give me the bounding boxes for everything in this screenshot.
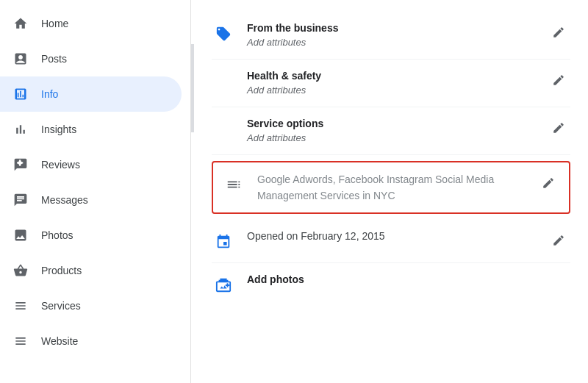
sidebar-item-label: Insights <box>41 124 76 135</box>
sidebar-item-info[interactable]: Info <box>0 76 182 112</box>
insights-icon <box>12 121 29 138</box>
add-photos-row: Add photos <box>212 263 570 306</box>
sidebar-item-website[interactable]: Website <box>0 323 182 359</box>
sidebar-item-label: Products <box>41 265 82 276</box>
sidebar-item-label: Website <box>41 335 78 347</box>
sidebar-item-label: Home <box>41 18 68 29</box>
sidebar-item-label: Info <box>41 88 58 100</box>
sidebar-item-label: Messages <box>41 194 88 206</box>
add-photos-icon <box>212 273 235 297</box>
opened-date-row: Opened on February 12, 2015 <box>212 220 570 263</box>
health-safety-edit-button[interactable] <box>547 68 570 92</box>
sidebar-item-products[interactable]: Products <box>0 253 182 288</box>
service-options-title: Service options <box>247 116 535 131</box>
sidebar-item-reviews[interactable]: Reviews <box>0 147 182 182</box>
description-highlighted-row: Google Adwords, Facebook Instagram Socia… <box>212 161 570 214</box>
sidebar-item-label: Services <box>41 300 81 312</box>
sidebar-item-label: Posts <box>41 53 67 65</box>
health-safety-title: Health & safety <box>247 68 535 83</box>
info-icon <box>12 85 29 103</box>
service-options-row: Service options Add attributes <box>212 107 570 155</box>
add-photos-label: Add photos <box>247 272 570 287</box>
home-icon <box>12 15 29 32</box>
health-safety-row: Health & safety Add attributes <box>212 60 570 107</box>
sidebar-item-photos[interactable]: Photos <box>0 218 182 253</box>
sidebar: Home Posts Info Insights <box>0 0 191 383</box>
main-content: From the business Add attributes Health … <box>194 0 588 383</box>
service-options-edit-button[interactable] <box>547 116 570 140</box>
calendar-icon <box>212 230 235 254</box>
photos-icon <box>12 226 29 244</box>
sidebar-item-posts[interactable]: Posts <box>0 41 182 76</box>
from-business-subtitle: Add attributes <box>247 35 535 50</box>
description-edit-button[interactable] <box>537 171 560 195</box>
description-text: Google Adwords, Facebook Instagram Socia… <box>257 171 525 204</box>
sidebar-item-messages[interactable]: Messages <box>0 182 182 218</box>
sidebar-item-services[interactable]: Services <box>0 288 182 323</box>
service-options-content: Service options Add attributes <box>247 116 535 146</box>
from-business-row: From the business Add attributes <box>212 12 570 60</box>
from-business-title: From the business <box>247 21 535 35</box>
sidebar-item-insights[interactable]: Insights <box>0 112 182 147</box>
opened-date-label: Opened on February 12, 2015 <box>247 229 535 243</box>
from-business-edit-button[interactable] <box>547 21 570 44</box>
service-options-subtitle: Add attributes <box>247 131 535 146</box>
services-icon <box>12 297 29 315</box>
opened-date-edit-button[interactable] <box>547 229 570 252</box>
description-lines-icon <box>222 173 245 196</box>
products-icon <box>12 262 29 279</box>
sidebar-item-label: Photos <box>41 229 74 241</box>
tag-icon <box>212 22 235 46</box>
health-safety-subtitle: Add attributes <box>247 83 535 98</box>
add-photos-content: Add photos <box>247 272 570 287</box>
posts-icon <box>12 50 29 68</box>
messages-icon <box>12 191 29 209</box>
reviews-icon <box>12 156 29 173</box>
opened-date-content: Opened on February 12, 2015 <box>247 229 535 243</box>
from-business-content: From the business Add attributes <box>247 21 535 50</box>
sidebar-item-home[interactable]: Home <box>0 6 182 41</box>
health-safety-content: Health & safety Add attributes <box>247 68 535 98</box>
website-icon <box>12 332 29 350</box>
sidebar-item-label: Reviews <box>41 159 80 171</box>
